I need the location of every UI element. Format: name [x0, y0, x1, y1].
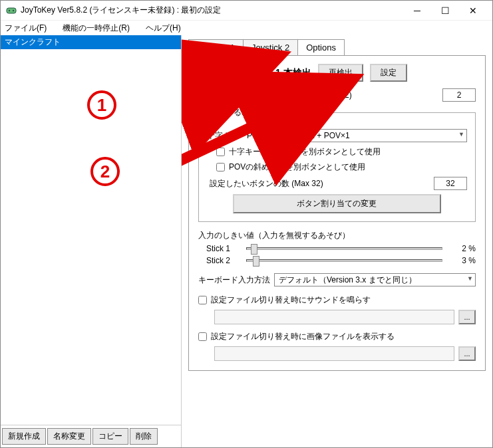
- callout-1: 1: [87, 90, 116, 120]
- joystick-count-label: 設定したいジョイスティックの数 (Max 32): [198, 90, 352, 101]
- stick2-value: 3 %: [449, 256, 476, 265]
- menu-suspend[interactable]: 機能の一時停止(R): [63, 23, 130, 34]
- stick1-label: Stick 1: [206, 244, 240, 253]
- new-profile-button[interactable]: 新規作成: [2, 428, 46, 445]
- joystick-count-input[interactable]: [442, 88, 476, 102]
- sound-label: 設定ファイル切り替え時にサウンドを鳴らす: [211, 294, 371, 306]
- window-title: JoyToKey Ver5.8.2 (ライセンスキー未登録) : 最初の設定: [21, 5, 403, 16]
- stick2-slider[interactable]: [246, 259, 442, 262]
- sound-checkbox-row[interactable]: 設定ファイル切り替え時にサウンドを鳴らす: [198, 294, 476, 306]
- button-count-input[interactable]: [434, 177, 467, 190]
- cross-diag-label: 十字キーの斜め入力を別ボタンとして使用: [229, 146, 381, 158]
- pov-diag-checkbox-row[interactable]: POVの斜め入力を別ボタンとして使用: [216, 162, 467, 173]
- stick1-value: 2 %: [449, 244, 476, 253]
- svg-rect-0: [7, 8, 16, 13]
- button-settings-legend: 表示するボタン設定: [207, 107, 284, 118]
- settings-button[interactable]: 設定: [370, 64, 407, 82]
- image-checkbox[interactable]: [198, 332, 207, 341]
- keyboard-method-select[interactable]: デフォルト（Version 3.x までと同じ）: [274, 273, 476, 286]
- button-count-label: 設定したいボタンの数 (Max 32): [210, 178, 323, 189]
- sound-path-field[interactable]: [214, 310, 454, 324]
- button-settings-group: 表示するボタン設定 十字キー・POV 十字キー×2 + POV×1 十字キーの斜…: [198, 107, 476, 222]
- profile-list[interactable]: マインクラフト: [1, 35, 181, 425]
- minimize-button[interactable]: ─: [403, 1, 431, 20]
- menubar: ファイル(F) 機能の一時停止(R) ヘルプ(H): [1, 21, 492, 35]
- callout-2: 2: [90, 157, 120, 186]
- close-button[interactable]: ✕: [459, 1, 487, 20]
- image-checkbox-row[interactable]: 設定ファイル切り替え時に画像ファイルを表示する: [198, 331, 476, 342]
- menu-file[interactable]: ファイル(F): [5, 23, 47, 34]
- svg-point-1: [9, 9, 10, 11]
- cross-diag-checkbox[interactable]: [216, 148, 225, 156]
- pov-diag-checkbox[interactable]: [216, 163, 225, 171]
- detection-title: ジョイスティック 1 本検出: [198, 67, 311, 79]
- pov-diag-label: POVの斜め入力を別ボタンとして使用: [229, 162, 365, 173]
- tab-joystick2[interactable]: Joystick 2: [243, 39, 298, 55]
- redetect-button[interactable]: 再検出: [318, 64, 363, 82]
- titlebar: JoyToKey Ver5.8.2 (ライセンスキー未登録) : 最初の設定 ─…: [1, 1, 492, 21]
- svg-point-2: [13, 9, 14, 11]
- delete-profile-button[interactable]: 削除: [130, 428, 158, 445]
- main-panel: Joystick 1 Joystick 2 Options ジョイスティック 1…: [182, 35, 492, 447]
- menu-help[interactable]: ヘルプ(H): [146, 23, 181, 34]
- tab-strip: Joystick 1 Joystick 2 Options: [188, 39, 486, 55]
- assign-buttons-button[interactable]: ボタン割り当ての変更: [233, 194, 441, 213]
- image-path-field[interactable]: [214, 346, 454, 361]
- tab-joystick1[interactable]: Joystick 1: [188, 39, 244, 55]
- profile-item[interactable]: マインクラフト: [1, 35, 181, 49]
- threshold-label: 入力のしきい値（入力を無視するあそび）: [198, 230, 476, 241]
- copy-profile-button[interactable]: コピー: [92, 428, 128, 445]
- sound-checkbox[interactable]: [198, 296, 207, 304]
- rename-profile-button[interactable]: 名称変更: [47, 428, 91, 445]
- tab-options[interactable]: Options: [297, 39, 345, 55]
- stick2-label: Stick 2: [206, 256, 240, 265]
- image-label: 設定ファイル切り替え時に画像ファイルを表示する: [211, 331, 395, 342]
- app-icon: [6, 5, 17, 16]
- image-browse-button[interactable]: ...: [458, 346, 476, 361]
- cross-diag-checkbox-row[interactable]: 十字キーの斜め入力を別ボタンとして使用: [216, 146, 467, 158]
- pov-label: 十字キー・POV: [207, 130, 263, 142]
- maximize-button[interactable]: ☐: [431, 1, 459, 20]
- stick1-slider[interactable]: [246, 247, 442, 250]
- keyboard-method-label: キーボード入力方法: [198, 275, 270, 286]
- pov-select[interactable]: 十字キー×2 + POV×1: [269, 129, 467, 142]
- sound-browse-button[interactable]: ...: [458, 310, 476, 324]
